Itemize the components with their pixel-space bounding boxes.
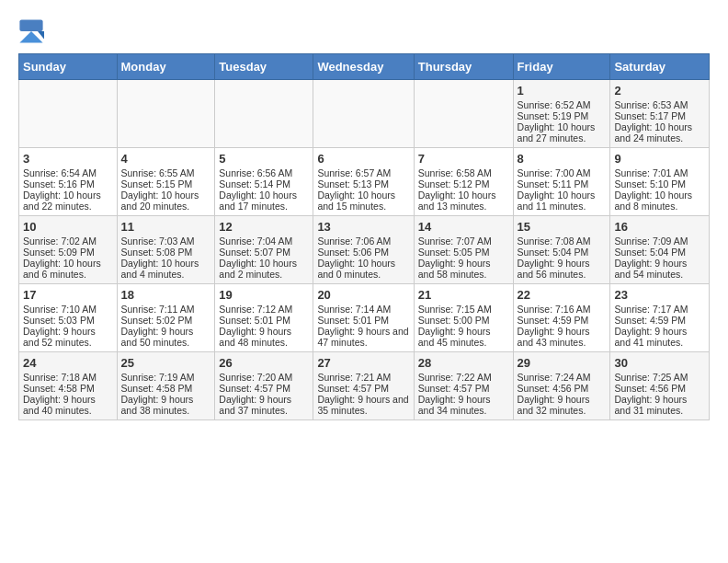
calendar-cell: 16Sunrise: 7:09 AM Sunset: 5:04 PM Dayli… <box>610 216 710 284</box>
day-number: 3 <box>23 152 113 166</box>
calendar-cell: 29Sunrise: 7:24 AM Sunset: 4:56 PM Dayli… <box>513 352 610 420</box>
day-info: Sunrise: 7:12 AM Sunset: 5:01 PM Dayligh… <box>219 304 309 348</box>
day-info: Sunrise: 6:55 AM Sunset: 5:15 PM Dayligh… <box>121 167 211 212</box>
day-number: 27 <box>317 356 409 370</box>
calendar-cell: 6Sunrise: 6:57 AM Sunset: 5:13 PM Daylig… <box>313 148 414 216</box>
day-info: Sunrise: 7:19 AM Sunset: 4:58 PM Dayligh… <box>121 372 211 416</box>
calendar-cell: 21Sunrise: 7:15 AM Sunset: 5:00 PM Dayli… <box>414 284 513 352</box>
calendar-cell: 12Sunrise: 7:04 AM Sunset: 5:07 PM Dayli… <box>215 216 313 284</box>
day-number: 5 <box>219 152 309 166</box>
day-info: Sunrise: 7:18 AM Sunset: 4:58 PM Dayligh… <box>23 372 113 416</box>
calendar-week-5: 24Sunrise: 7:18 AM Sunset: 4:58 PM Dayli… <box>19 352 710 420</box>
day-number: 11 <box>121 220 211 234</box>
calendar-cell <box>117 80 215 148</box>
day-info: Sunrise: 7:00 AM Sunset: 5:11 PM Dayligh… <box>518 167 607 212</box>
calendar-cell <box>414 80 513 148</box>
day-number: 1 <box>518 84 607 98</box>
weekday-header-thursday: Thursday <box>414 54 513 80</box>
calendar-cell: 24Sunrise: 7:18 AM Sunset: 4:58 PM Dayli… <box>19 352 118 420</box>
calendar-week-3: 10Sunrise: 7:02 AM Sunset: 5:09 PM Dayli… <box>19 216 710 284</box>
calendar-cell: 7Sunrise: 6:58 AM Sunset: 5:12 PM Daylig… <box>414 148 513 216</box>
day-info: Sunrise: 6:56 AM Sunset: 5:14 PM Dayligh… <box>219 167 309 212</box>
calendar-cell: 1Sunrise: 6:52 AM Sunset: 5:19 PM Daylig… <box>513 80 610 148</box>
calendar-cell: 30Sunrise: 7:25 AM Sunset: 4:56 PM Dayli… <box>610 352 710 420</box>
calendar-cell <box>313 80 414 148</box>
calendar-cell: 28Sunrise: 7:22 AM Sunset: 4:57 PM Dayli… <box>414 352 513 420</box>
day-info: Sunrise: 7:09 AM Sunset: 5:04 PM Dayligh… <box>614 236 705 280</box>
day-number: 12 <box>219 220 309 234</box>
weekday-header-wednesday: Wednesday <box>313 54 414 80</box>
weekday-header-monday: Monday <box>117 54 215 80</box>
day-info: Sunrise: 6:53 AM Sunset: 5:17 PM Dayligh… <box>614 99 705 144</box>
weekday-header-sunday: Sunday <box>19 54 118 80</box>
calendar-week-4: 17Sunrise: 7:10 AM Sunset: 5:03 PM Dayli… <box>19 284 710 352</box>
day-number: 19 <box>219 288 309 302</box>
weekday-header-friday: Friday <box>513 54 610 80</box>
day-number: 18 <box>121 288 211 302</box>
calendar-cell: 22Sunrise: 7:16 AM Sunset: 4:59 PM Dayli… <box>513 284 610 352</box>
calendar-table: SundayMondayTuesdayWednesdayThursdayFrid… <box>18 53 710 420</box>
day-number: 30 <box>614 356 705 370</box>
day-number: 23 <box>614 288 705 302</box>
day-info: Sunrise: 7:07 AM Sunset: 5:05 PM Dayligh… <box>418 236 509 280</box>
calendar-cell: 2Sunrise: 6:53 AM Sunset: 5:17 PM Daylig… <box>610 80 710 148</box>
day-info: Sunrise: 6:54 AM Sunset: 5:16 PM Dayligh… <box>23 167 113 212</box>
day-info: Sunrise: 7:10 AM Sunset: 5:03 PM Dayligh… <box>23 304 113 348</box>
calendar-cell: 14Sunrise: 7:07 AM Sunset: 5:05 PM Dayli… <box>414 216 513 284</box>
calendar-cell: 10Sunrise: 7:02 AM Sunset: 5:09 PM Dayli… <box>19 216 118 284</box>
day-info: Sunrise: 6:57 AM Sunset: 5:13 PM Dayligh… <box>317 167 409 212</box>
calendar-body: 1Sunrise: 6:52 AM Sunset: 5:19 PM Daylig… <box>19 80 710 420</box>
calendar-cell: 13Sunrise: 7:06 AM Sunset: 5:06 PM Dayli… <box>313 216 414 284</box>
day-number: 24 <box>23 356 113 370</box>
day-number: 26 <box>219 356 309 370</box>
day-number: 2 <box>614 84 705 98</box>
day-number: 15 <box>518 220 607 234</box>
day-info: Sunrise: 7:20 AM Sunset: 4:57 PM Dayligh… <box>219 372 309 416</box>
calendar-cell: 3Sunrise: 6:54 AM Sunset: 5:16 PM Daylig… <box>19 148 118 216</box>
day-info: Sunrise: 7:25 AM Sunset: 4:56 PM Dayligh… <box>614 372 705 416</box>
day-number: 25 <box>121 356 211 370</box>
calendar-cell: 26Sunrise: 7:20 AM Sunset: 4:57 PM Dayli… <box>215 352 313 420</box>
calendar-week-1: 1Sunrise: 6:52 AM Sunset: 5:19 PM Daylig… <box>19 80 710 148</box>
day-number: 21 <box>418 288 509 302</box>
calendar-week-2: 3Sunrise: 6:54 AM Sunset: 5:16 PM Daylig… <box>19 148 710 216</box>
day-info: Sunrise: 7:08 AM Sunset: 5:04 PM Dayligh… <box>518 236 607 280</box>
day-number: 9 <box>614 152 705 166</box>
day-number: 10 <box>23 220 113 234</box>
day-info: Sunrise: 7:14 AM Sunset: 5:01 PM Dayligh… <box>317 304 409 348</box>
calendar-cell: 5Sunrise: 6:56 AM Sunset: 5:14 PM Daylig… <box>215 148 313 216</box>
day-number: 6 <box>317 152 409 166</box>
day-number: 20 <box>317 288 409 302</box>
day-info: Sunrise: 7:22 AM Sunset: 4:57 PM Dayligh… <box>418 372 509 416</box>
calendar-cell: 11Sunrise: 7:03 AM Sunset: 5:08 PM Dayli… <box>117 216 215 284</box>
logo-icon <box>18 18 44 44</box>
day-number: 17 <box>23 288 113 302</box>
svg-rect-1 <box>19 19 42 31</box>
logo <box>18 18 48 44</box>
calendar-header-row: SundayMondayTuesdayWednesdayThursdayFrid… <box>19 54 710 80</box>
day-number: 7 <box>418 152 509 166</box>
day-info: Sunrise: 6:58 AM Sunset: 5:12 PM Dayligh… <box>418 167 509 212</box>
day-info: Sunrise: 7:16 AM Sunset: 4:59 PM Dayligh… <box>518 304 607 348</box>
day-number: 13 <box>317 220 409 234</box>
day-number: 8 <box>518 152 607 166</box>
day-info: Sunrise: 7:04 AM Sunset: 5:07 PM Dayligh… <box>219 236 309 280</box>
calendar-cell: 4Sunrise: 6:55 AM Sunset: 5:15 PM Daylig… <box>117 148 215 216</box>
calendar-cell: 17Sunrise: 7:10 AM Sunset: 5:03 PM Dayli… <box>19 284 118 352</box>
calendar-cell: 15Sunrise: 7:08 AM Sunset: 5:04 PM Dayli… <box>513 216 610 284</box>
calendar-cell: 27Sunrise: 7:21 AM Sunset: 4:57 PM Dayli… <box>313 352 414 420</box>
day-info: Sunrise: 6:52 AM Sunset: 5:19 PM Dayligh… <box>518 99 607 144</box>
calendar-cell <box>19 80 118 148</box>
day-number: 22 <box>518 288 607 302</box>
day-number: 16 <box>614 220 705 234</box>
calendar-cell: 18Sunrise: 7:11 AM Sunset: 5:02 PM Dayli… <box>117 284 215 352</box>
page-header <box>18 18 710 44</box>
day-info: Sunrise: 7:21 AM Sunset: 4:57 PM Dayligh… <box>317 372 409 416</box>
weekday-header-tuesday: Tuesday <box>215 54 313 80</box>
day-info: Sunrise: 7:02 AM Sunset: 5:09 PM Dayligh… <box>23 236 113 280</box>
day-info: Sunrise: 7:11 AM Sunset: 5:02 PM Dayligh… <box>121 304 211 348</box>
day-info: Sunrise: 7:01 AM Sunset: 5:10 PM Dayligh… <box>614 167 705 212</box>
day-number: 14 <box>418 220 509 234</box>
day-info: Sunrise: 7:24 AM Sunset: 4:56 PM Dayligh… <box>518 372 607 416</box>
calendar-cell: 8Sunrise: 7:00 AM Sunset: 5:11 PM Daylig… <box>513 148 610 216</box>
